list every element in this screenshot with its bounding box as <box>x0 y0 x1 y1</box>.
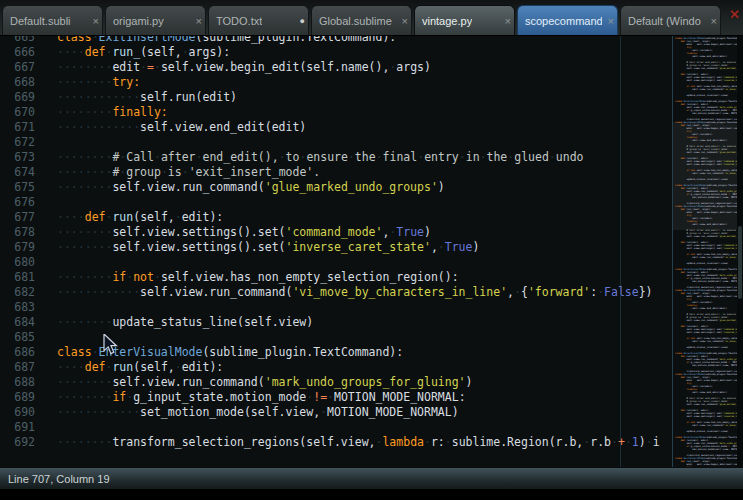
vertical-scrollbar[interactable] <box>737 36 743 467</box>
line-number[interactable]: 668 <box>0 75 35 90</box>
whitespace-dots: · <box>175 360 182 374</box>
line-number[interactable]: 687 <box>0 360 35 375</box>
line-number[interactable]: 684 <box>0 315 35 330</box>
code-line[interactable] <box>57 135 660 150</box>
line-number[interactable]: 669 <box>0 90 35 105</box>
code-token: update_status_line(self.view) <box>687 262 729 265</box>
tab-close-icon[interactable]: × <box>93 15 99 27</box>
code-line[interactable]: ····def·run(self,·edit): <box>57 210 660 225</box>
tab-global-sublime[interactable]: Global.sublime× <box>311 5 412 35</box>
code-token: def <box>85 45 106 59</box>
line-number[interactable]: 676 <box>0 195 35 210</box>
line-number[interactable]: 691 <box>0 420 35 435</box>
code-line[interactable]: ········transform_selection_regions(self… <box>57 435 660 450</box>
tab-default-subli[interactable]: Default.subli× <box>2 5 103 35</box>
code-line[interactable]: ········self.view.run_command('glue_mark… <box>57 180 660 195</box>
tab-label: vintage.py <box>422 15 472 27</box>
scrollbar-thumb[interactable] <box>738 226 742 299</box>
code-line[interactable] <box>57 195 660 210</box>
code-line[interactable]: ········self.view.settings().set('invers… <box>57 240 660 255</box>
line-number[interactable]: 686 <box>0 345 35 360</box>
line-number[interactable]: 681 <box>0 270 35 285</box>
whitespace-dots: ········ <box>57 240 112 254</box>
tab-origami-py[interactable]: origami.py× <box>105 5 206 35</box>
line-number[interactable]: 672 <box>0 135 35 150</box>
line-number[interactable]: 665 <box>0 36 35 45</box>
line-number[interactable]: 692 <box>0 435 35 450</box>
code-line[interactable]: ····def·run(self,·edit): <box>57 360 660 375</box>
code-line[interactable]: class·EnterVisualMode(sublime_plugin.Tex… <box>57 345 660 360</box>
minimap-viewport[interactable] <box>673 122 737 230</box>
column-ruler <box>620 36 621 467</box>
code-token: Call <box>126 150 154 164</box>
line-number[interactable]: 667 <box>0 60 35 75</box>
code-line[interactable]: ········try: <box>57 75 660 90</box>
line-number[interactable]: 679 <box>0 240 35 255</box>
tab-close-icon[interactable]: × <box>711 15 717 27</box>
whitespace-dots <box>675 391 692 394</box>
code-line[interactable] <box>57 330 660 345</box>
whitespace-dots <box>675 448 692 451</box>
whitespace-dots: · <box>348 150 355 164</box>
line-number[interactable]: 690 <box>0 405 35 420</box>
code-line[interactable]: ········if·not·self.view.has_non_empty_s… <box>57 270 660 285</box>
line-number[interactable]: 678 <box>0 225 35 240</box>
code-line[interactable]: ········#·group·is·'exit_insert_mode'. <box>57 165 660 180</box>
code-token: self.view.run_command( <box>112 375 264 389</box>
line-number[interactable]: 688 <box>0 375 35 390</box>
modified-dot-icon[interactable]: ● <box>300 16 305 26</box>
code-editor[interactable]: 6656666676686696706716726736746756766776… <box>0 36 672 467</box>
line-number[interactable]: 673 <box>0 150 35 165</box>
code-token: self.view.run_command( <box>687 319 719 322</box>
code-token: ) <box>424 225 431 239</box>
line-number[interactable]: 671 <box>0 120 35 135</box>
code-line[interactable]: ········if·g_input_state.motion_mode·!=·… <box>57 390 660 405</box>
code-token: undo <box>556 150 584 164</box>
tab-scopecommand[interactable]: scopecommand× <box>517 5 618 35</box>
code-line[interactable]: ········update_status_line(self.view) <box>57 315 660 330</box>
code-line[interactable]: ········#·Call·after·end_edit(),·to·ensu… <box>57 150 660 165</box>
code-line[interactable]: ········self.view.settings().set('comman… <box>57 225 660 240</box>
code-token: is <box>168 165 182 179</box>
line-number[interactable]: 666 <box>0 45 35 60</box>
line-number-gutter[interactable]: 6656666676686696706716726736746756766776… <box>0 36 44 450</box>
code-lines[interactable]: class·ExitInsertMode(sublime_plugin.Text… <box>44 36 660 450</box>
code-token: args): <box>189 45 231 59</box>
code-line[interactable]: ········edit·=·self.view.begin_edit(self… <box>57 60 660 75</box>
line-number[interactable]: 680 <box>0 255 35 270</box>
code-line[interactable]: ········self.view.run_command('mark_undo… <box>57 375 660 390</box>
code-line[interactable] <box>57 420 660 435</box>
line-number[interactable]: 685 <box>0 330 35 345</box>
line-number[interactable]: 677 <box>0 210 35 225</box>
code-line[interactable]: ····def·run_(self,·args): <box>57 45 660 60</box>
code-line[interactable]: class·ExitInsertMode(sublime_plugin.Text… <box>57 36 660 45</box>
tab-default-windo[interactable]: Default (Windo× <box>620 5 721 35</box>
code-token: 'inverse_caret_state' <box>723 415 738 418</box>
code-line[interactable] <box>57 300 660 315</box>
line-number[interactable]: 682 <box>0 285 35 300</box>
code-line[interactable]: ············self.view.run_command('vi_mo… <box>57 285 660 300</box>
line-number[interactable]: 683 <box>0 300 35 315</box>
code-token: run_ <box>112 45 140 59</box>
tab-close-icon[interactable]: × <box>608 15 614 27</box>
tab-close-icon[interactable]: × <box>402 15 408 27</box>
line-number[interactable]: 675 <box>0 180 35 195</box>
line-number[interactable]: 689 <box>0 390 35 405</box>
line-number[interactable]: 674 <box>0 165 35 180</box>
tab-close-icon[interactable]: × <box>196 15 202 27</box>
code-line[interactable]: ············self.view.end_edit(edit) <box>57 120 660 135</box>
code-line[interactable] <box>57 255 660 270</box>
line-number[interactable]: 670 <box>0 105 35 120</box>
tab-vintage-py[interactable]: vintage.py× <box>414 5 515 35</box>
code-line[interactable]: ········finally: <box>57 105 660 120</box>
minimap-line: self.view.run_command('vi_move_by_charac… <box>675 340 737 343</box>
code-line[interactable]: ············set_motion_mode(self.view,·M… <box>57 405 660 420</box>
minimap-line: self.view.settings().set('inverse_caret_… <box>675 415 737 418</box>
sublime-text-window: Default.subli×origami.py×TODO.txt●Global… <box>0 0 743 500</box>
tab-todo-txt[interactable]: TODO.txt● <box>208 5 309 35</box>
code-line[interactable]: ············self.run(edit) <box>57 90 660 105</box>
window-close-icon[interactable]: ✕ <box>729 7 740 22</box>
code-token: self.view.settings().set( <box>687 415 723 418</box>
minimap[interactable]: class ExitInsertMode(sublime_plugin.Text… <box>672 36 737 467</box>
tab-close-icon[interactable]: × <box>505 15 511 27</box>
